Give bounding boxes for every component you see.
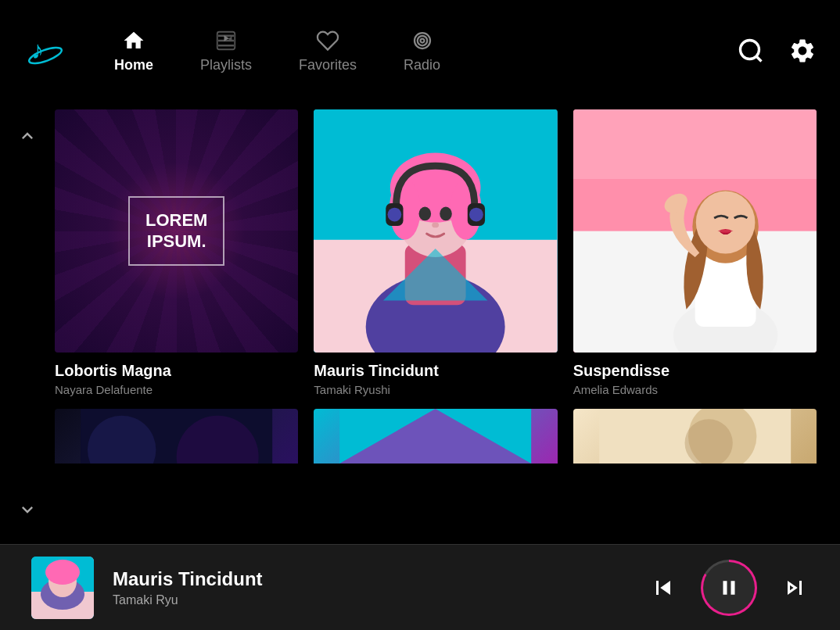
nav-playlists[interactable]: Playlists	[200, 29, 252, 73]
search-button[interactable]	[737, 37, 765, 65]
card-title-mauris: Mauris Tincidunt	[314, 362, 557, 380]
thumb-mauris-art	[314, 109, 557, 353]
card-title-suspendisse: Suspendisse	[573, 362, 817, 380]
svg-point-20	[433, 223, 440, 228]
prev-button[interactable]	[649, 574, 677, 602]
player-title: Mauris Tincidunt	[113, 568, 649, 590]
svg-point-3	[420, 38, 424, 42]
card-suspendisse[interactable]: Suspendisse Amelia Edwards	[573, 109, 817, 396]
card-subtitle-suspendisse: Amelia Edwards	[573, 383, 817, 396]
svg-point-19	[440, 207, 453, 221]
player-bar: Mauris Tincidunt Tamaki Ryu	[0, 544, 840, 630]
player-subtitle: Tamaki Ryu	[113, 593, 649, 607]
app-logo[interactable]: ♪	[23, 29, 67, 73]
card-mauris[interactable]: Mauris Tincidunt Tamaki Ryushi	[314, 109, 557, 396]
svg-point-16	[388, 208, 402, 222]
thumb-lorem-ipsum: LOREM IPSUM.	[55, 109, 298, 353]
svg-rect-24	[573, 109, 817, 179]
scroll-arrows	[0, 102, 55, 544]
pause-button[interactable]	[701, 560, 757, 616]
nav-favorites[interactable]: Favorites	[299, 29, 357, 73]
svg-point-28	[695, 192, 755, 254]
card-partial-3[interactable]	[573, 409, 817, 464]
svg-point-18	[419, 207, 432, 221]
nav-items: Home Playlists Favorites Radio	[114, 29, 737, 73]
lorem-line2: IPSUM.	[145, 231, 207, 252]
player-info: Mauris Tincidunt Tamaki Ryu	[113, 568, 649, 607]
partial-thumb-3	[573, 409, 817, 464]
main-content: LOREM IPSUM. Lobortis Magna Nayara Delaf…	[0, 102, 840, 544]
partial-thumb-1	[55, 409, 298, 464]
lorem-box: LOREM IPSUM.	[128, 196, 224, 266]
partial-thumb-2	[314, 409, 557, 464]
nav-actions	[737, 37, 817, 65]
thumb-suspendisse-art	[573, 109, 817, 353]
svg-point-4	[741, 41, 759, 59]
card-title-lobortis: Lobortis Magna	[55, 362, 298, 380]
svg-line-5	[756, 56, 762, 62]
card-partial-2[interactable]	[314, 409, 557, 464]
card-thumb-mauris	[314, 109, 557, 353]
nav-radio[interactable]: Radio	[404, 29, 440, 73]
nav-home[interactable]: Home	[114, 29, 153, 73]
card-thumb-suspendisse	[573, 109, 817, 353]
card-lobortis[interactable]: LOREM IPSUM. Lobortis Magna Nayara Delaf…	[55, 109, 298, 396]
lorem-line1: LOREM	[145, 210, 207, 231]
scroll-down-button[interactable]	[16, 499, 38, 521]
svg-text:♪: ♪	[31, 36, 44, 64]
card-partial-1[interactable]	[55, 409, 298, 464]
card-subtitle-mauris: Tamaki Ryushi	[314, 383, 557, 396]
grid-row-2	[55, 409, 817, 464]
navbar: ♪ Home Playlists Favorites Radio	[0, 0, 840, 102]
svg-point-42	[45, 560, 80, 585]
music-grid: LOREM IPSUM. Lobortis Magna Nayara Delaf…	[55, 102, 840, 544]
settings-button[interactable]	[788, 37, 817, 65]
svg-point-17	[469, 208, 483, 222]
card-subtitle-lobortis: Nayara Delafuente	[55, 383, 298, 396]
player-controls	[649, 560, 809, 616]
scroll-up-button[interactable]	[16, 125, 38, 147]
player-thumbnail	[31, 557, 94, 619]
grid-row-1: LOREM IPSUM. Lobortis Magna Nayara Delaf…	[55, 109, 817, 396]
next-button[interactable]	[781, 574, 809, 602]
card-thumb-lobortis: LOREM IPSUM.	[55, 109, 298, 353]
